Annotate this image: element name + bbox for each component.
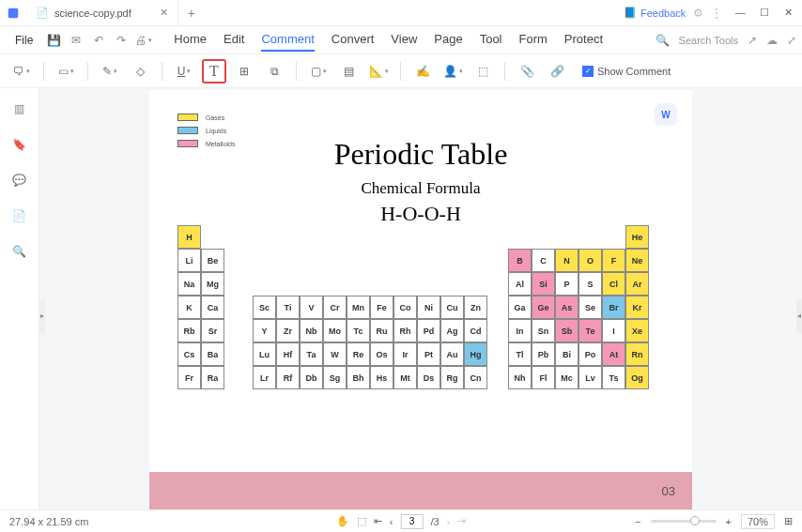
element-Zr: Zr: [276, 319, 300, 342]
legend-metalloids: Metalloids: [206, 141, 236, 147]
close-tab-icon[interactable]: ✕: [160, 7, 168, 19]
comments-panel-icon[interactable]: 💬: [10, 171, 29, 190]
element-Br: Br: [602, 296, 625, 319]
add-tab-button[interactable]: +: [178, 6, 205, 21]
note-tool[interactable]: 🗨▾: [9, 59, 34, 84]
menu-comment[interactable]: Comment: [261, 28, 314, 52]
eraser-tool[interactable]: ◇: [128, 59, 152, 84]
cloud-icon[interactable]: ☁: [766, 34, 778, 47]
file-menu[interactable]: File: [6, 30, 42, 51]
zoom-slider[interactable]: [651, 520, 717, 523]
print-icon[interactable]: 🖨▾: [134, 31, 153, 50]
expand-left-icon[interactable]: ▸: [39, 299, 45, 333]
page-dimensions: 27.94 x 21.59 cm: [9, 516, 88, 527]
element-Lu: Lu: [253, 342, 276, 366]
save-icon[interactable]: 💾: [44, 31, 63, 50]
share-icon[interactable]: ↗: [748, 34, 757, 47]
element-Co: Co: [393, 296, 417, 319]
more-icon[interactable]: ⋮: [711, 7, 722, 20]
element-Ts: Ts: [602, 366, 625, 389]
attachment-tool[interactable]: 📎: [515, 59, 539, 84]
element-Fl: Fl: [532, 366, 555, 389]
highlight-tool[interactable]: ▭▾: [54, 59, 78, 84]
element-In: In: [508, 319, 532, 342]
expand-right-icon[interactable]: ◂: [796, 299, 802, 333]
element-He: He: [625, 225, 649, 249]
element-Mn: Mn: [347, 296, 370, 319]
pdf-page: W Gases Liquids Metalloids Periodic Tabl…: [149, 90, 692, 509]
link-tool[interactable]: 🔗: [545, 59, 569, 84]
element-Rn: Rn: [625, 342, 649, 366]
prev-page-icon[interactable]: ‹: [390, 516, 393, 527]
show-comment-toggle[interactable]: ✓ Show Comment: [582, 66, 671, 77]
menu-edit[interactable]: Edit: [224, 28, 244, 52]
zoom-level[interactable]: 70%: [741, 514, 775, 529]
menu-page[interactable]: Page: [434, 28, 462, 52]
menu-protect[interactable]: Protect: [564, 28, 603, 52]
search-panel-icon[interactable]: 🔍: [10, 242, 29, 261]
attachments-panel-icon[interactable]: 📄: [10, 206, 29, 225]
first-page-icon[interactable]: ⇤: [374, 515, 382, 527]
zoom-in-icon[interactable]: +: [726, 516, 732, 527]
canvas-area[interactable]: ▸ ◂ W Gases Liquids Metalloids Periodic …: [39, 88, 802, 509]
element-Ge: Ge: [532, 296, 555, 319]
pencil-tool[interactable]: ✎▾: [98, 59, 122, 84]
area-tool[interactable]: ⬚: [470, 59, 495, 84]
search-tools-icon[interactable]: 🔍: [655, 34, 670, 47]
redo-icon[interactable]: ↷: [112, 31, 131, 50]
element-Rh: Rh: [393, 319, 417, 342]
underline-tool[interactable]: U▾: [172, 59, 196, 84]
bookmark-icon[interactable]: 🔖: [10, 135, 29, 154]
element-O: O: [578, 249, 602, 272]
fit-page-icon[interactable]: ⊞: [784, 515, 793, 527]
text-comment-tool[interactable]: T: [202, 59, 226, 84]
close-window-button[interactable]: ✕: [778, 3, 798, 23]
element-Pb: Pb: [532, 342, 555, 366]
document-tab[interactable]: 📄 science-copy.pdf ✕: [26, 0, 178, 26]
select-tool-icon[interactable]: ⬚: [357, 515, 366, 527]
thumbnails-icon[interactable]: ▥: [10, 99, 29, 118]
element-Cn: Cn: [464, 366, 487, 389]
element-Bi: Bi: [555, 342, 578, 366]
zoom-out-icon[interactable]: −: [635, 516, 640, 527]
menu-form[interactable]: Form: [519, 28, 548, 52]
expand-icon[interactable]: ⤢: [787, 34, 796, 47]
shape-tool[interactable]: ▢▾: [306, 59, 331, 84]
element-Sc: Sc: [253, 296, 276, 319]
mail-icon[interactable]: ✉: [67, 31, 85, 50]
measure-tool[interactable]: 📐▾: [366, 59, 391, 84]
page-input[interactable]: [400, 514, 423, 529]
hand-tool-icon[interactable]: ✋: [336, 515, 349, 527]
stamp-library-tool[interactable]: 👤▾: [440, 59, 465, 84]
callout-tool[interactable]: ⧉: [262, 59, 286, 84]
element-Ba: Ba: [201, 342, 224, 366]
text-box-tool[interactable]: ⊞: [232, 59, 256, 84]
menu-convert[interactable]: Convert: [332, 28, 375, 52]
app-icon: [0, 0, 26, 26]
stamp-tool[interactable]: ▤: [336, 59, 361, 84]
element-As: As: [555, 296, 578, 319]
last-page-icon[interactable]: ⇥: [457, 515, 466, 527]
next-page-icon[interactable]: ›: [447, 516, 451, 527]
page-footer: 03: [149, 472, 692, 509]
minimize-button[interactable]: —: [730, 2, 750, 23]
settings-icon[interactable]: ⚙: [693, 7, 703, 20]
element-Y: Y: [253, 319, 276, 342]
menu-home[interactable]: Home: [174, 28, 207, 52]
element-Ne: Ne: [625, 249, 649, 272]
word-export-badge[interactable]: W: [655, 103, 677, 126]
feedback-button[interactable]: 📘 Feedback: [624, 7, 686, 19]
element-C: C: [532, 249, 555, 272]
legend-liquids: Liquids: [206, 128, 226, 134]
undo-icon[interactable]: ↶: [89, 31, 108, 50]
element-Tc: Tc: [347, 319, 370, 342]
element-Re: Re: [347, 342, 370, 366]
maximize-button[interactable]: ☐: [754, 3, 775, 23]
menu-view[interactable]: View: [391, 28, 417, 52]
element-Na: Na: [177, 272, 201, 296]
signature-tool[interactable]: ✍: [410, 59, 435, 84]
search-tools-label[interactable]: Search Tools: [679, 35, 738, 46]
page-title: Periodic Table: [177, 137, 664, 172]
menu-tool[interactable]: Tool: [480, 28, 502, 52]
element-Ca: Ca: [201, 296, 224, 319]
